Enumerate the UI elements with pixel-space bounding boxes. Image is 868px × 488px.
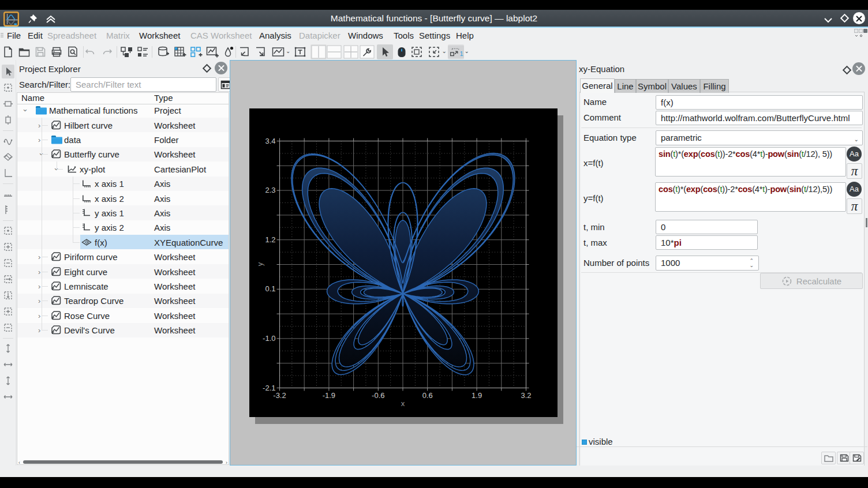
svg-text:3.4: 3.4 xyxy=(265,137,275,145)
svg-text:-0.6: -0.6 xyxy=(372,391,384,400)
svg-text:1.9: 1.9 xyxy=(472,391,482,400)
svg-text:x: x xyxy=(401,399,405,408)
svg-text:-1.0: -1.0 xyxy=(263,334,275,343)
svg-text:1.2: 1.2 xyxy=(265,235,275,244)
svg-text:y: y xyxy=(256,262,264,266)
svg-text:0.1: 0.1 xyxy=(265,284,275,293)
svg-text:0.6: 0.6 xyxy=(422,391,433,400)
svg-text:1: 1 xyxy=(460,50,463,57)
svg-text:2.3: 2.3 xyxy=(265,186,275,194)
svg-text:3.2: 3.2 xyxy=(521,391,531,400)
svg-text:-1.9: -1.9 xyxy=(323,391,335,400)
svg-text:-3.2: -3.2 xyxy=(273,391,286,400)
